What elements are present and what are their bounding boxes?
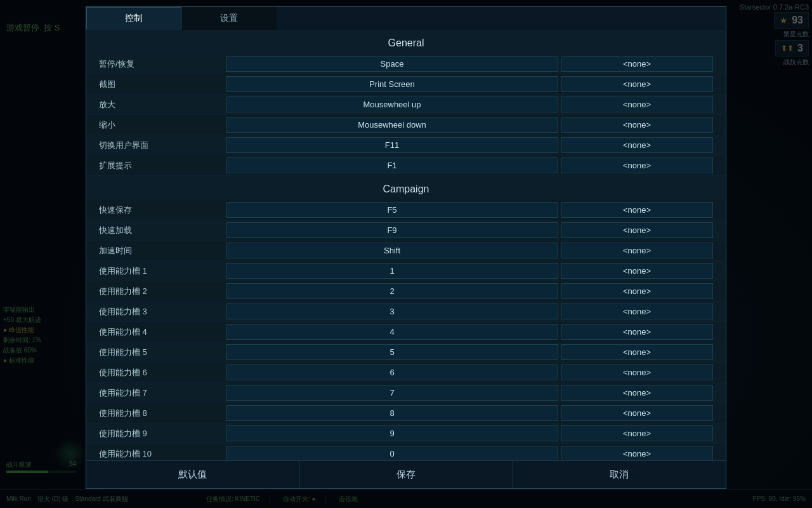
keybind-label-ability9: 使用能力槽 9 xyxy=(99,428,226,439)
keybind-primary-ability8[interactable]: 8 xyxy=(226,405,558,421)
keybind-row-ability7: 使用能力槽 7 7 <none> xyxy=(86,383,726,403)
keybind-row-extendhint: 扩展提示 F1 <none> xyxy=(86,156,726,176)
keybind-row-quickload: 快速加载 F9 <none> xyxy=(86,220,726,241)
default-button[interactable]: 默认值 xyxy=(86,461,299,488)
keybind-primary-ability3[interactable]: 3 xyxy=(226,304,558,319)
keybind-secondary-ability1[interactable]: <none> xyxy=(561,263,713,279)
keybind-secondary-extendhint[interactable]: <none> xyxy=(561,157,713,173)
keybind-secondary-ability4[interactable]: <none> xyxy=(561,324,713,340)
keybind-label-ability5: 使用能力槽 5 xyxy=(99,347,226,358)
keybind-secondary-ability9[interactable]: <none> xyxy=(561,425,713,441)
keybind-label-screenshot: 截图 xyxy=(99,79,226,90)
save-button[interactable]: 保存 xyxy=(299,461,513,488)
keybind-row-pause: 暂停/恢复 Space <none> xyxy=(86,54,726,74)
keybind-secondary-ability8[interactable]: <none> xyxy=(561,405,713,421)
keybind-secondary-timewarp[interactable]: <none> xyxy=(561,243,713,258)
keybind-primary-screenshot[interactable]: Print Screen xyxy=(226,76,558,92)
keybind-primary-ability7[interactable]: 7 xyxy=(226,385,558,401)
modal-footer: 默认值 保存 取消 xyxy=(86,460,726,488)
keybind-secondary-quicksave[interactable]: <none> xyxy=(561,202,713,218)
section-general-header: General xyxy=(86,30,726,54)
keybind-secondary-ability10[interactable]: <none> xyxy=(561,446,713,460)
keybind-primary-pause[interactable]: Space xyxy=(226,56,558,72)
tab-bar: 控制 设置 xyxy=(86,7,726,30)
keybind-primary-zoomout[interactable]: Mousewheel down xyxy=(226,117,558,133)
keybind-row-screenshot: 截图 Print Screen <none> xyxy=(86,74,726,95)
keybind-label-extendhint: 扩展提示 xyxy=(99,160,226,171)
modal-body[interactable]: General 暂停/恢复 Space <none> 截图 Print Scre… xyxy=(86,30,726,460)
keybind-secondary-toggleui[interactable]: <none> xyxy=(561,137,713,153)
keybind-secondary-zoomin[interactable]: <none> xyxy=(561,97,713,112)
keybind-row-ability5: 使用能力槽 5 5 <none> xyxy=(86,342,726,363)
keybind-primary-zoomin[interactable]: Mousewheel up xyxy=(226,97,558,112)
keybind-label-ability7: 使用能力槽 7 xyxy=(99,387,226,399)
keybind-row-quicksave: 快速保存 F5 <none> xyxy=(86,200,726,220)
tab-settings[interactable]: 设置 xyxy=(181,7,277,30)
keybind-row-ability2: 使用能力槽 2 2 <none> xyxy=(86,281,726,302)
modal-overlay: 控制 设置 General 暂停/恢复 Space <none> 截图 Prin… xyxy=(0,0,812,508)
keybind-secondary-screenshot[interactable]: <none> xyxy=(561,76,713,92)
keybind-secondary-pause[interactable]: <none> xyxy=(561,56,713,72)
keybind-label-ability4: 使用能力槽 4 xyxy=(99,326,226,338)
keybind-label-ability1: 使用能力槽 1 xyxy=(99,265,226,277)
keybind-row-ability6: 使用能力槽 6 6 <none> xyxy=(86,363,726,383)
section-campaign-header: Campaign xyxy=(86,176,726,200)
keybind-label-ability3: 使用能力槽 3 xyxy=(99,306,226,318)
keybind-label-pause: 暂停/恢复 xyxy=(99,58,226,70)
keybind-secondary-ability6[interactable]: <none> xyxy=(561,364,713,380)
keybind-row-ability10: 使用能力槽 10 0 <none> xyxy=(86,444,726,460)
keybind-row-timewarp: 加速时间 Shift <none> xyxy=(86,241,726,261)
keybind-row-ability4: 使用能力槽 4 4 <none> xyxy=(86,322,726,342)
keybind-secondary-quickload[interactable]: <none> xyxy=(561,222,713,238)
keybind-label-zoomin: 放大 xyxy=(99,99,226,110)
keybind-primary-toggleui[interactable]: F11 xyxy=(226,137,558,153)
keybind-primary-extendhint[interactable]: F1 xyxy=(226,157,558,173)
keybind-label-ability2: 使用能力槽 2 xyxy=(99,286,226,297)
keybind-label-timewarp: 加速时间 xyxy=(99,245,226,257)
keybind-label-ability8: 使用能力槽 8 xyxy=(99,408,226,419)
keybind-label-zoomout: 缩小 xyxy=(99,119,226,131)
keybind-primary-ability9[interactable]: 9 xyxy=(226,425,558,441)
keybind-primary-ability5[interactable]: 5 xyxy=(226,344,558,360)
keybind-primary-ability10[interactable]: 0 xyxy=(226,446,558,460)
keybind-secondary-ability2[interactable]: <none> xyxy=(561,283,713,299)
keybind-secondary-ability7[interactable]: <none> xyxy=(561,385,713,401)
keybind-label-ability6: 使用能力槽 6 xyxy=(99,367,226,378)
keybind-row-ability1: 使用能力槽 1 1 <none> xyxy=(86,261,726,281)
keybind-primary-timewarp[interactable]: Shift xyxy=(226,243,558,258)
keybind-primary-quicksave[interactable]: F5 xyxy=(226,202,558,218)
tab-controls[interactable]: 控制 xyxy=(86,7,181,30)
keybind-primary-ability6[interactable]: 6 xyxy=(226,364,558,380)
keybind-secondary-ability3[interactable]: <none> xyxy=(561,304,713,319)
keybind-primary-quickload[interactable]: F9 xyxy=(226,222,558,238)
keybind-row-ability9: 使用能力槽 9 9 <none> xyxy=(86,424,726,444)
keybind-row-zoomin: 放大 Mousewheel up <none> xyxy=(86,95,726,115)
keybind-label-toggleui: 切换用户界面 xyxy=(99,140,226,151)
keybind-primary-ability2[interactable]: 2 xyxy=(226,283,558,299)
keybind-primary-ability1[interactable]: 1 xyxy=(226,263,558,279)
keybind-row-zoomout: 缩小 Mousewheel down <none> xyxy=(86,115,726,135)
settings-modal: 控制 设置 General 暂停/恢复 Space <none> 截图 Prin… xyxy=(86,6,726,489)
keybind-row-ability3: 使用能力槽 3 3 <none> xyxy=(86,302,726,322)
keybind-row-toggleui: 切换用户界面 F11 <none> xyxy=(86,135,726,156)
keybind-row-ability8: 使用能力槽 8 8 <none> xyxy=(86,403,726,424)
keybind-primary-ability4[interactable]: 4 xyxy=(226,324,558,340)
keybind-secondary-zoomout[interactable]: <none> xyxy=(561,117,713,133)
keybind-secondary-ability5[interactable]: <none> xyxy=(561,344,713,360)
cancel-button[interactable]: 取消 xyxy=(513,461,726,488)
keybind-label-quicksave: 快速保存 xyxy=(99,204,226,216)
keybind-label-ability10: 使用能力槽 10 xyxy=(99,448,226,460)
keybind-label-quickload: 快速加载 xyxy=(99,225,226,236)
